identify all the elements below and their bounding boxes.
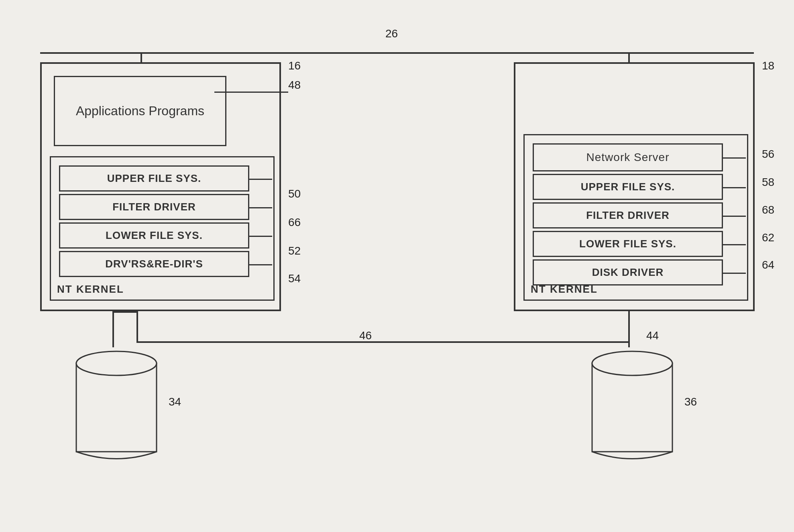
upper-file-sys-right-label: UPPER FILE SYS. <box>581 181 675 193</box>
lower-file-sys-left-label: LOWER FILE SYS. <box>106 229 203 242</box>
ref-line-64 <box>723 273 746 274</box>
ref-36: 36 <box>684 395 697 408</box>
ref-line-58 <box>723 187 746 188</box>
svg-rect-0 <box>76 363 157 452</box>
ref-line-50 <box>249 179 272 180</box>
network-server-label: Network Server <box>586 151 670 164</box>
upper-file-sys-left: UPPER FILE SYS. <box>59 165 249 192</box>
ref-46: 46 <box>359 329 372 342</box>
nt-kernel-right: Network Server UPPER FILE SYS. FILTER DR… <box>523 134 748 301</box>
lower-file-sys-right-label: LOWER FILE SYS. <box>579 238 676 250</box>
ref-68: 68 <box>762 204 774 216</box>
svg-point-3 <box>592 351 672 375</box>
nt-kernel-left-label: NT KERNEL <box>57 283 124 296</box>
ref-line-66 <box>249 207 272 208</box>
svg-point-1 <box>76 351 157 375</box>
ref-54: 54 <box>288 272 301 285</box>
nt-kernel-right-label: NT KERNEL <box>531 283 598 296</box>
ref-line-app <box>214 92 288 93</box>
upper-file-sys-left-label: UPPER FILE SYS. <box>107 172 202 185</box>
ref-34: 34 <box>169 395 181 408</box>
disk-driver-box: DISK DRIVER <box>533 259 723 285</box>
drvrs-redirs-label: DRV'RS&RE-DIR'S <box>105 258 203 270</box>
ref-64: 64 <box>762 259 774 271</box>
ref-58: 58 <box>762 176 774 189</box>
ref-56: 56 <box>762 148 774 161</box>
disk-driver-label: DISK DRIVER <box>592 266 664 279</box>
lower-file-sys-right: LOWER FILE SYS. <box>533 231 723 257</box>
filter-driver-left-label: FILTER DRIVER <box>112 201 196 213</box>
app-programs-label: Applications Programs <box>76 103 204 120</box>
drvrs-redirs: DRV'RS&RE-DIR'S <box>59 251 249 277</box>
ref-line-56 <box>723 157 746 159</box>
ref-line-62 <box>723 244 746 245</box>
left-disk-connector-v2 <box>136 311 138 341</box>
ref-line-52 <box>249 236 272 237</box>
left-disk-cylinder <box>70 347 163 464</box>
filter-driver-right-label: FILTER DRIVER <box>586 209 670 222</box>
lower-file-sys-left: LOWER FILE SYS. <box>59 222 249 249</box>
ref-52: 52 <box>288 245 301 257</box>
ref-line-54 <box>249 264 272 265</box>
nt-kernel-left: UPPER FILE SYS. FILTER DRIVER LOWER FILE… <box>50 156 275 301</box>
svg-rect-2 <box>592 363 672 452</box>
diagram: 26 Applications Programs UPPER FILE SYS.… <box>0 0 794 532</box>
ref-66: 66 <box>288 216 301 229</box>
ref-48: 48 <box>288 79 301 92</box>
upper-file-sys-right: UPPER FILE SYS. <box>533 174 723 200</box>
line-46-right-v <box>628 326 630 342</box>
left-disk-connector-v <box>112 311 114 347</box>
network-bus-line <box>40 52 754 54</box>
ref-44: 44 <box>646 329 659 342</box>
network-server-box: Network Server <box>533 143 723 171</box>
app-programs-box: Applications Programs <box>54 76 226 146</box>
filter-driver-left: FILTER DRIVER <box>59 194 249 220</box>
right-disk-cylinder <box>586 347 678 464</box>
ref-line-68 <box>723 216 746 217</box>
right-stack: Network Server UPPER FILE SYS. FILTER DR… <box>533 143 723 288</box>
ref-50: 50 <box>288 188 301 200</box>
right-computer-box: Network Server UPPER FILE SYS. FILTER DR… <box>514 62 755 311</box>
ref-18: 18 <box>762 59 774 72</box>
ref-62: 62 <box>762 231 774 244</box>
left-computer-box: Applications Programs UPPER FILE SYS. FI… <box>40 62 281 311</box>
left-stack: UPPER FILE SYS. FILTER DRIVER LOWER FILE… <box>59 165 249 279</box>
ref-16: 16 <box>288 59 301 72</box>
filter-driver-right: FILTER DRIVER <box>533 202 723 228</box>
ref-26: 26 <box>385 27 398 40</box>
network-line-46 <box>136 341 630 343</box>
left-disk-connector-h <box>112 311 138 313</box>
